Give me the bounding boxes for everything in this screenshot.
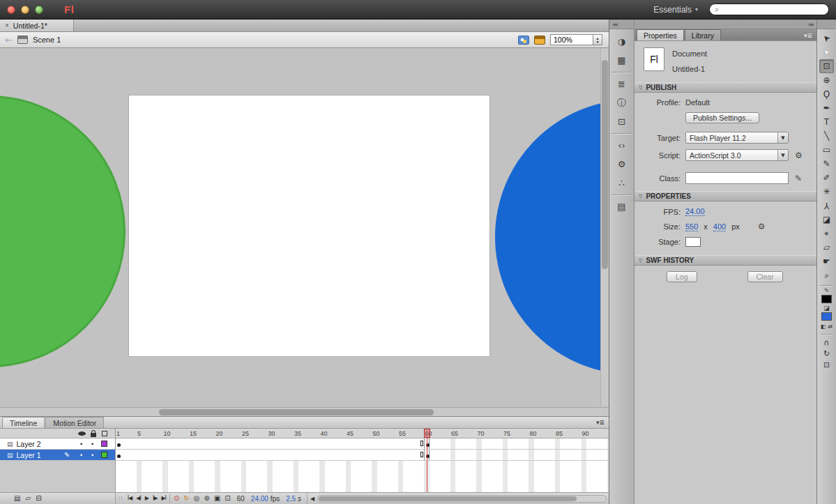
zoom-level-input[interactable] [550, 34, 593, 45]
pen-tool[interactable]: ✒ [819, 101, 834, 115]
frame-ruler[interactable]: 151015202530354045505560657075808590 [116, 429, 609, 438]
target-dropdown[interactable]: Flash Player 11.2 ▼ [685, 132, 789, 144]
onion-skin-button[interactable]: ◎ [194, 495, 200, 502]
black-white-button[interactable]: ◧ [821, 323, 826, 330]
frames-area[interactable]: 151015202530354045505560657075808590 [116, 429, 609, 492]
paint-bucket-tool[interactable]: ◪ [819, 213, 834, 227]
layer-row[interactable]: ▤Layer 2•• [0, 438, 115, 450]
panel-menu-icon[interactable]: ▾≣ [804, 32, 812, 39]
layer-row[interactable]: ▤Layer 1✎•• [0, 450, 115, 461]
stage-width-value[interactable]: 550 [685, 222, 698, 231]
chevrons-right-icon[interactable]: »» [808, 21, 813, 28]
wrench-icon[interactable]: ⚙ [795, 151, 803, 160]
brush-tool[interactable]: ✐ [819, 171, 834, 185]
swatches-panel-icon[interactable]: ▦ [613, 52, 631, 68]
tab-properties[interactable]: Properties [637, 29, 684, 40]
stage-height-value[interactable]: 400 [713, 222, 726, 231]
pencil-tool[interactable]: ✎ [819, 157, 834, 171]
lock-icon[interactable] [91, 433, 96, 437]
search-box[interactable]: ⌕ [709, 3, 829, 15]
dropdown-arrow-icon[interactable]: ▼ [777, 150, 788, 160]
frame-rate-value[interactable]: 24.00 [251, 495, 268, 503]
bone-tool[interactable]: Y [819, 199, 834, 213]
info-panel-icon[interactable]: ⓘ [613, 95, 631, 111]
deco-tool[interactable]: ✳ [819, 185, 834, 199]
workspace-switcher[interactable]: Essentials ▾ [653, 5, 698, 15]
dropdown-arrow-icon[interactable]: ▼ [777, 132, 788, 143]
subselection-tool[interactable]: ➤ [819, 45, 834, 59]
3d-rotation-tool[interactable]: ⊕ [819, 73, 834, 87]
eye-icon[interactable] [78, 432, 86, 436]
rotate-skew-button[interactable]: ↻ [820, 348, 833, 359]
edit-multiple-frames-button[interactable]: ▣ [214, 495, 220, 502]
free-transform-tool[interactable]: ⊡ [819, 59, 834, 73]
code-snippets-panel-icon[interactable]: ‹› [613, 137, 631, 153]
snap-to-objects-button[interactable]: ∩ [820, 337, 833, 348]
vertical-scrollbar[interactable] [600, 49, 609, 406]
minimize-window-button[interactable] [21, 6, 29, 14]
loop-button[interactable]: ↻ [183, 495, 189, 502]
grip-icon[interactable]: ∷ [119, 495, 123, 502]
step-back-button[interactable]: ◀Ⅰ [136, 496, 141, 501]
dock-expand-button[interactable]: «« [609, 20, 634, 29]
new-folder-button[interactable]: ▱ [25, 495, 31, 502]
scale-button[interactable]: ⊡ [820, 359, 833, 370]
color-panel-icon[interactable]: ◑ [613, 33, 631, 49]
playhead-line[interactable] [427, 438, 427, 492]
horizontal-scrollbar-thumb[interactable] [159, 409, 434, 415]
script-dropdown[interactable]: ActionScript 3.0 ▼ [685, 149, 789, 161]
step-forward-button[interactable]: Ⅰ▶ [153, 496, 158, 501]
eyedropper-tool[interactable]: ⌖ [819, 227, 834, 240]
green-circle-shape[interactable] [0, 96, 126, 367]
zoom-window-button[interactable] [35, 6, 43, 14]
frame-span[interactable] [116, 450, 425, 460]
line-tool[interactable]: ╲ [819, 129, 834, 143]
stage-color-swatch[interactable] [685, 237, 701, 247]
play-button[interactable]: ▶ [145, 496, 149, 501]
go-to-last-frame-button[interactable]: ▶Ⅰ [161, 496, 166, 501]
properties-section-header[interactable]: ▽ PROPERTIES [634, 191, 816, 201]
fps-value[interactable]: 24.00 [685, 207, 705, 216]
timeline-scrollbar-track[interactable] [317, 495, 607, 503]
frame-span[interactable] [116, 438, 425, 449]
project-panel-icon[interactable]: ▤ [613, 199, 631, 215]
tab-timeline[interactable]: Timeline [2, 417, 45, 428]
go-to-first-frame-button[interactable]: Ⅰ◀ [128, 496, 132, 501]
vertical-scrollbar-thumb[interactable] [602, 60, 608, 269]
layer-lock-dot[interactable]: • [91, 441, 93, 448]
stage-pasteboard[interactable] [0, 48, 609, 407]
stroke-color-swatch[interactable] [821, 295, 832, 303]
fill-color-swatch[interactable] [821, 312, 832, 321]
new-layer-button[interactable]: ▤ [14, 495, 20, 502]
layer-outline-color-swatch[interactable] [101, 441, 107, 447]
close-tab-icon[interactable]: × [5, 22, 9, 29]
layer-lock-dot[interactable]: • [91, 452, 93, 459]
scroll-left-button[interactable]: ◀ [307, 496, 317, 502]
align-panel-icon[interactable]: ≣ [613, 76, 631, 92]
panel-menu-icon[interactable]: ▾≣ [596, 419, 605, 426]
back-arrow-icon[interactable]: ← [5, 35, 13, 45]
delete-layer-button[interactable]: ⊟ [36, 495, 41, 502]
center-frame-button[interactable]: ⊙ [174, 495, 179, 502]
edit-symbols-button[interactable] [518, 36, 529, 45]
class-input[interactable] [685, 172, 789, 184]
blue-circle-shape[interactable] [495, 100, 609, 374]
eraser-tool[interactable]: ▱ [819, 240, 834, 254]
timeline-scrollbar[interactable]: ◀ [307, 493, 609, 504]
edit-scene-button[interactable] [534, 36, 545, 45]
hand-tool[interactable]: ☛ [819, 254, 834, 268]
selection-tool[interactable]: ➤ [819, 31, 834, 45]
lasso-tool[interactable]: Ϙ [819, 87, 834, 101]
stage[interactable] [129, 96, 489, 356]
publish-settings-button[interactable]: Publish Settings... [685, 112, 759, 123]
tab-library[interactable]: Library [685, 29, 721, 40]
publish-section-header[interactable]: ▽ PUBLISH [634, 82, 816, 93]
onion-skin-outlines-button[interactable]: ⊚ [204, 495, 209, 502]
tab-motion-editor[interactable]: Motion Editor [45, 417, 104, 428]
layer-frames-row[interactable] [116, 438, 609, 450]
rectangle-tool[interactable]: ▭ [819, 143, 834, 157]
timeline-scrollbar-thumb[interactable] [319, 496, 577, 501]
modify-markers-button[interactable]: ⊡ [225, 495, 230, 502]
layer-visibility-dot[interactable]: • [80, 441, 82, 448]
layer-outline-color-swatch[interactable] [101, 452, 107, 458]
